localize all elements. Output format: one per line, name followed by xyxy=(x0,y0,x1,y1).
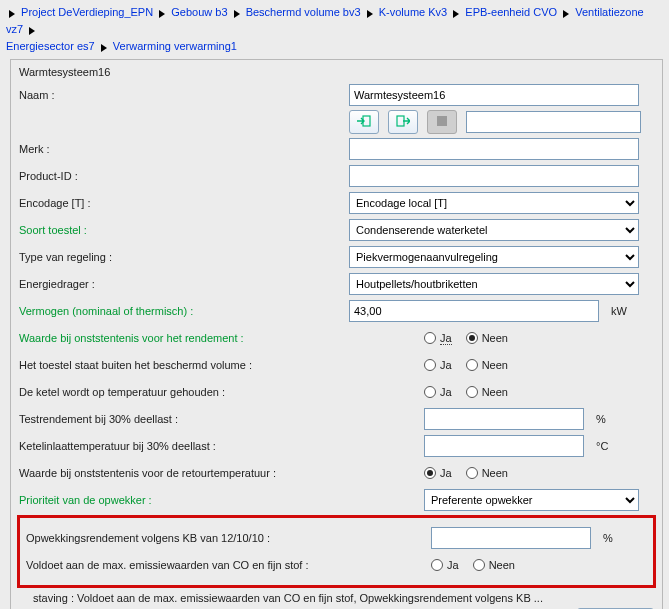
radio-label: Neen xyxy=(482,332,508,344)
type-regeling-select[interactable]: Piekvermogenaanvulregeling xyxy=(349,246,639,268)
svg-marker-4 xyxy=(453,10,459,18)
label-type-regeling: Type van regeling : xyxy=(19,251,349,263)
radio-ketel-ja[interactable]: Ja xyxy=(424,386,452,398)
label-voldoet: Voldoet aan de max. emissiewaarden van C… xyxy=(26,559,356,571)
radio-label: Neen xyxy=(482,386,508,398)
product-id-input[interactable] xyxy=(349,165,639,187)
svg-rect-10 xyxy=(437,116,447,126)
label-ketel-temp: De ketel wordt op temperatuur gehouden : xyxy=(19,386,349,398)
chevron-right-icon xyxy=(562,5,570,21)
breadcrumb-item[interactable]: K-volume Kv3 xyxy=(379,6,447,18)
chevron-right-icon xyxy=(452,5,460,21)
svg-marker-1 xyxy=(159,10,165,18)
radio-buiten-neen[interactable]: Neen xyxy=(466,359,508,371)
radio-ketel-neen[interactable]: Neen xyxy=(466,386,508,398)
radio-label: Neen xyxy=(482,359,508,371)
export-button[interactable] xyxy=(388,110,418,134)
breadcrumb-item[interactable]: Gebouw b3 xyxy=(171,6,227,18)
unit-degc: °C xyxy=(596,440,608,452)
svg-marker-7 xyxy=(101,44,107,52)
label-encodage: Encodage [T] : xyxy=(19,197,349,209)
svg-marker-3 xyxy=(367,10,373,18)
chevron-right-icon xyxy=(158,5,166,21)
radio-label: Ja xyxy=(440,332,452,345)
radio-label: Neen xyxy=(482,467,508,479)
prioriteit-select[interactable]: Preferente opwekker xyxy=(424,489,639,511)
radio-label: Neen xyxy=(489,559,515,571)
breadcrumb: Project DeVerdieping_EPN Gebouw b3 Besch… xyxy=(0,0,669,57)
soort-select[interactable]: Condenserende waterketel xyxy=(349,219,639,241)
staving-text: staving : Voldoet aan de max. emissiewaa… xyxy=(33,592,654,604)
form-panel: Warmtesysteem16 Naam : Merk : Product- xyxy=(10,59,663,609)
section-title: Warmtesysteem16 xyxy=(19,66,654,78)
label-waarde-retour: Waarde bij onststentenis voor de retourt… xyxy=(19,467,349,479)
ketelinlaat-input[interactable] xyxy=(424,435,584,457)
label-waarde-rendement: Waarde bij onststentenis voor het rendem… xyxy=(19,332,349,344)
label-vermogen: Vermogen (nominaal of thermisch) : xyxy=(19,305,349,317)
svg-marker-6 xyxy=(29,27,35,35)
encodage-select[interactable]: Encodage local [T] xyxy=(349,192,639,214)
chevron-right-icon xyxy=(100,39,108,55)
svg-marker-0 xyxy=(9,10,15,18)
unit-kw: kW xyxy=(611,305,627,317)
unit-pct: % xyxy=(603,532,613,544)
radio-voldoet-neen[interactable]: Neen xyxy=(473,559,515,571)
arrow-in-icon xyxy=(357,115,371,129)
label-merk: Merk : xyxy=(19,143,349,155)
breadcrumb-item[interactable]: Energiesector es7 xyxy=(6,40,95,52)
svg-rect-9 xyxy=(397,116,404,126)
testrendement-input[interactable] xyxy=(424,408,584,430)
radio-voldoet-ja[interactable]: Ja xyxy=(431,559,459,571)
opwekking-input[interactable] xyxy=(431,527,591,549)
radio-label: Ja xyxy=(440,359,452,371)
breadcrumb-item[interactable]: Verwarming verwarming1 xyxy=(113,40,237,52)
radio-label: Ja xyxy=(447,559,459,571)
energiedrager-select[interactable]: Houtpellets/houtbriketten xyxy=(349,273,639,295)
chevron-right-icon xyxy=(28,22,36,38)
label-energiedrager: Energiedrager : xyxy=(19,278,349,290)
svg-marker-5 xyxy=(563,10,569,18)
arrow-out-icon xyxy=(396,115,410,129)
radio-label: Ja xyxy=(440,467,452,479)
radio-label: Ja xyxy=(440,386,452,398)
label-testrendement: Testrendement bij 30% deellast : xyxy=(19,413,349,425)
unit-pct: % xyxy=(596,413,606,425)
square-icon xyxy=(437,116,447,128)
highlighted-section: Opwekkingsrendement volgens KB van 12/10… xyxy=(17,515,656,588)
label-ketelinlaat: Ketelinlaattemperatuur bij 30% deellast … xyxy=(19,440,349,452)
radio-rendement-ja[interactable]: Ja xyxy=(424,332,452,345)
radio-retour-ja[interactable]: Ja xyxy=(424,467,452,479)
search-input[interactable] xyxy=(466,111,641,133)
radio-buiten-ja[interactable]: Ja xyxy=(424,359,452,371)
radio-rendement-neen[interactable]: Neen xyxy=(466,332,508,344)
vermogen-input[interactable] xyxy=(349,300,599,322)
label-naam: Naam : xyxy=(19,89,349,101)
radio-retour-neen[interactable]: Neen xyxy=(466,467,508,479)
chevron-right-icon xyxy=(8,5,16,21)
disabled-action-button xyxy=(427,110,457,134)
label-opwekking: Opwekkingsrendement volgens KB van 12/10… xyxy=(26,532,356,544)
chevron-right-icon xyxy=(366,5,374,21)
naam-input[interactable] xyxy=(349,84,639,106)
label-product-id: Product-ID : xyxy=(19,170,349,182)
svg-marker-2 xyxy=(234,10,240,18)
label-buiten-vol: Het toestel staat buiten het beschermd v… xyxy=(19,359,349,371)
breadcrumb-item[interactable]: Beschermd volume bv3 xyxy=(246,6,361,18)
merk-input[interactable] xyxy=(349,138,639,160)
label-prioriteit: Prioriteit van de opwekker : xyxy=(19,494,349,506)
chevron-right-icon xyxy=(233,5,241,21)
import-button[interactable] xyxy=(349,110,379,134)
breadcrumb-item[interactable]: EPB-eenheid CVO xyxy=(465,6,557,18)
breadcrumb-item[interactable]: Project DeVerdieping_EPN xyxy=(21,6,153,18)
label-soort: Soort toestel : xyxy=(19,224,349,236)
